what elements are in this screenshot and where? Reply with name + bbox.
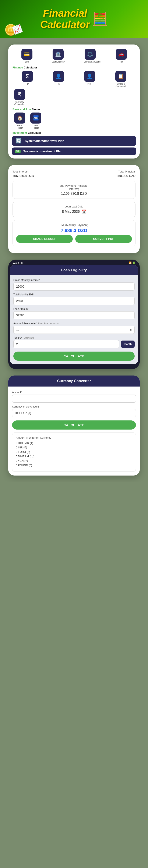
sidebar-item-tax[interactable]: 🚗 Tax bbox=[116, 49, 127, 63]
currency-calculate-button[interactable]: CALCULATE bbox=[12, 421, 136, 430]
compare-loans-label: Compare10Loans bbox=[84, 61, 96, 63]
calculate-button[interactable]: CALCULATE bbox=[13, 351, 135, 361]
loan-eligibility-header: Loan Eligibility bbox=[10, 265, 138, 275]
result-item-dirham: 0 DIHRAM (د.إ) bbox=[16, 455, 132, 458]
loan-amount-input[interactable] bbox=[13, 311, 135, 319]
finance-section-header: Finance Calculator bbox=[12, 66, 136, 69]
tenure-input[interactable] bbox=[13, 340, 119, 348]
status-icons: 📶 🔋 bbox=[129, 261, 136, 264]
currency-row: ₹ CurrencyConversion bbox=[12, 89, 136, 105]
tenure-hint: Enter days bbox=[24, 337, 34, 339]
result-item-pound: 0 POUND (£) bbox=[16, 464, 132, 467]
status-bar: 12:08 PM 📶 🔋 bbox=[8, 259, 140, 265]
total-principal-cell: Total Principal 350,000 DZD bbox=[74, 170, 136, 178]
sip-item[interactable]: SIP Systematic Investment Plan bbox=[12, 148, 136, 155]
monthly-emi-label: Total Monthly EMI bbox=[13, 293, 135, 296]
sidebar-item-currency[interactable]: ₹ CurrencyConversion bbox=[14, 89, 25, 105]
currency-converter-card: Currency Converter Amount* Currency of t… bbox=[8, 375, 140, 475]
total-principal-label: Total Principal bbox=[74, 170, 136, 173]
loan-last-date-box: Loan Last Date 8 May 2036 📅 bbox=[12, 202, 136, 217]
banner: Financial Calculator 🧮 🪙 📈 bbox=[0, 0, 148, 38]
currency-of-amount-field: Currency of the Amount bbox=[12, 405, 136, 417]
loan-eligibility-phone: 12:08 PM 📶 🔋 Loan Eligibility Gross Mont… bbox=[8, 259, 140, 369]
loan-last-date-label: Loan Last Date bbox=[16, 205, 132, 208]
simple-compound-label: Simple &Compound bbox=[116, 83, 126, 87]
bank-section-header: Bank and Atm Finder bbox=[12, 107, 136, 111]
result-item-euro: 0 EURO (€) bbox=[16, 450, 132, 454]
atm-finder-icon: 🏧 bbox=[30, 113, 41, 124]
bank-finder-icon: 🏠 bbox=[14, 113, 25, 124]
annual-interest-label: Annual Interest rate* Enter Rate per ann… bbox=[13, 322, 135, 325]
loan-amount-field: Loan Amount bbox=[13, 308, 135, 319]
gross-income-field: Gross Monthly Income* bbox=[13, 279, 135, 290]
ppf-icon: 👤 bbox=[84, 71, 95, 82]
currency-icon: ₹ bbox=[14, 89, 25, 100]
sidebar-item-rd[interactable]: 👤 RD bbox=[53, 71, 64, 87]
bank-finder-label: BankFinder bbox=[17, 124, 23, 129]
sidebar-item-emi[interactable]: 💳 Emi bbox=[22, 49, 32, 63]
finance-icon-row: Σ FD 👤 RD 👤 PPF 📋 Simple &Compound bbox=[12, 71, 136, 87]
sidebar-item-fd[interactable]: Σ FD bbox=[22, 71, 33, 87]
swp-label: Systematic Withdrawal Plan bbox=[25, 139, 64, 143]
loan-last-date-value: 8 May 2036 bbox=[62, 210, 80, 214]
currency-result-title: Amount in Different Currency bbox=[16, 436, 132, 439]
sip-label: Systematic Investment Plan bbox=[23, 150, 62, 153]
rd-label: RD bbox=[57, 83, 60, 85]
convert-pdf-button[interactable]: CONVERT PDF bbox=[75, 235, 132, 243]
percent-suffix: % bbox=[129, 328, 132, 332]
currency-label: CurrencyConversion bbox=[14, 101, 25, 105]
loan-eligibility-label: LoanEligibility bbox=[52, 61, 64, 63]
investment-section-header: Investment Calculator bbox=[12, 131, 136, 134]
swp-item[interactable]: 🔄 Systematic Withdrawal Plan bbox=[12, 136, 136, 146]
simple-compound-icon: 📋 bbox=[115, 71, 126, 82]
banner-title: Financial Calculator bbox=[40, 8, 90, 30]
battery-icon: 🔋 bbox=[132, 261, 136, 264]
total-payment-value: 1,106,830.8 DZD bbox=[16, 192, 132, 195]
result-card: Total Interest 756,830.8 DZD Total Princ… bbox=[8, 165, 140, 253]
emi-value: 7,686.3 DZD bbox=[16, 228, 132, 233]
tenure-field: Tenure* Enter days month bbox=[13, 336, 135, 348]
rd-icon: 👤 bbox=[53, 71, 64, 82]
amount-input[interactable] bbox=[12, 395, 136, 403]
result-item-inr: 0 INR (₹) bbox=[16, 446, 132, 449]
ppf-label: PPF bbox=[88, 83, 92, 85]
monthly-emi-input[interactable] bbox=[13, 297, 135, 305]
signal-icon: 📶 bbox=[129, 261, 132, 264]
share-result-button[interactable]: SHARE RESULT bbox=[16, 235, 73, 243]
bank-icon-row: 🏠 BankFinder 🏧 ATMFinder bbox=[12, 113, 136, 129]
loan-eligibility-body: Gross Monthly Income* Total Monthly EMI … bbox=[10, 275, 138, 364]
status-time: 12:08 PM bbox=[12, 261, 23, 264]
currency-converter-header: Currency Converter bbox=[8, 375, 140, 386]
loan-eligibility-icon: 🏦 bbox=[53, 49, 64, 60]
sidebar-item-bank-finder[interactable]: 🏠 BankFinder bbox=[14, 113, 25, 129]
interest-input-wrap: % bbox=[13, 326, 135, 334]
total-interest-cell: Total Interest 756,830.8 DZD bbox=[12, 170, 74, 178]
tenure-row: month bbox=[13, 340, 135, 348]
tenure-unit-button[interactable]: month bbox=[121, 341, 135, 348]
emi-icon: 💳 bbox=[22, 49, 32, 60]
currency-converter-body: Amount* Currency of the Amount CALCULATE… bbox=[8, 386, 140, 475]
atm-finder-label: ATMFinder bbox=[33, 124, 39, 129]
tax-icon: 🚗 bbox=[116, 49, 127, 60]
loan-amount-label: Loan Amount bbox=[13, 308, 135, 310]
sidebar-item-atm-finder[interactable]: 🏧 ATMFinder bbox=[30, 113, 41, 129]
result-item-dollar: 0 DOLLAR ($) bbox=[16, 441, 132, 444]
emi-label: Emi bbox=[25, 61, 29, 63]
annual-interest-input[interactable] bbox=[13, 326, 135, 334]
total-interest-value: 756,830.8 DZD bbox=[12, 174, 74, 178]
result-item-yen: 0 YEN (¥) bbox=[16, 459, 132, 462]
sidebar-item-loan-eligibility[interactable]: 🏦 LoanEligibility bbox=[52, 49, 64, 63]
sidebar-item-simple-compound[interactable]: 📋 Simple &Compound bbox=[115, 71, 126, 87]
currency-of-amount-input[interactable] bbox=[12, 409, 136, 417]
action-btn-row: SHARE RESULT CONVERT PDF bbox=[16, 235, 132, 243]
total-payment-label: Total Payment(Principal +Interest) bbox=[16, 184, 132, 190]
fd-label: FD bbox=[26, 83, 29, 85]
tenure-label: Tenure* Enter days bbox=[13, 336, 135, 339]
result-top-row: Total Interest 756,830.8 DZD Total Princ… bbox=[12, 170, 136, 178]
sidebar-item-ppf[interactable]: 👤 PPF bbox=[84, 71, 95, 87]
compare-loans-icon: ⚖️ bbox=[85, 49, 96, 60]
sidebar-item-compare-loans[interactable]: ⚖️ Compare10Loans bbox=[84, 49, 96, 63]
gross-income-input[interactable] bbox=[13, 282, 135, 290]
total-interest-label: Total Interest bbox=[12, 170, 74, 173]
currency-result-box: Amount in Different Currency 0 DOLLAR ($… bbox=[12, 433, 136, 472]
